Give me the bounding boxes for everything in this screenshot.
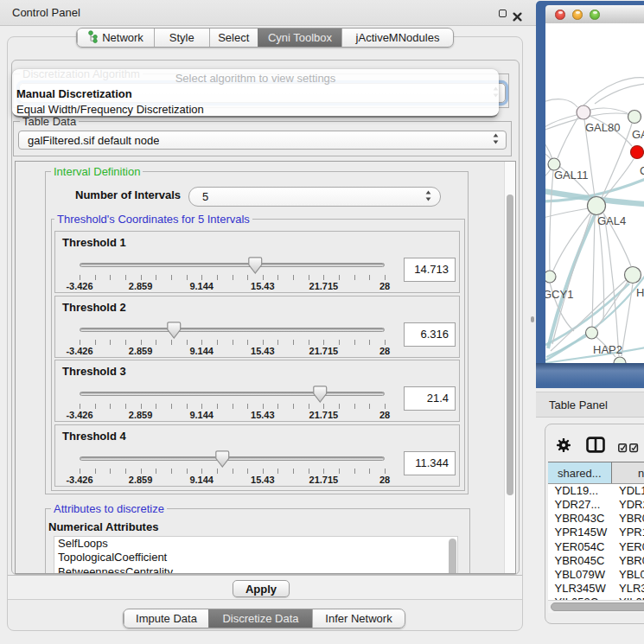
table-cell: YPR145W xyxy=(612,526,644,539)
attributes-box-title: Attributes to discretize xyxy=(51,503,167,514)
slider-track[interactable] xyxy=(80,263,385,267)
table-row[interactable]: YBL079W YBL079W xyxy=(548,568,644,582)
network-edge[interactable] xyxy=(545,99,577,107)
table-cell: YPR145W xyxy=(548,526,613,539)
combo-arrows-icon xyxy=(425,190,431,204)
numerical-attributes-list: SelfLoopsTopologicalCoefficientBetweenne… xyxy=(54,536,458,574)
network-node[interactable] xyxy=(586,327,598,339)
network-node[interactable] xyxy=(631,146,644,159)
algorithm-dropdown-popup: Select algorithm to view settings Manual… xyxy=(12,69,499,118)
table-row[interactable]: YER054C YER054C xyxy=(548,540,644,554)
slider-track[interactable] xyxy=(80,392,385,396)
tab[interactable]: jActiveMNodules xyxy=(341,29,453,47)
close-icon[interactable] xyxy=(513,10,522,25)
threshold-label: Threshold 1 xyxy=(62,236,126,249)
network-edge[interactable] xyxy=(598,215,604,320)
slider-thumb[interactable] xyxy=(215,450,230,468)
network-canvas[interactable]: GAL80GALCGAL11GAL4GCY1HHAP2 xyxy=(545,23,644,363)
checkbox-checked-icon[interactable] xyxy=(629,441,639,456)
minimize-traffic-light[interactable] xyxy=(572,10,583,20)
network-node[interactable] xyxy=(577,105,590,119)
table-row[interactable]: YLR345W YLR345W xyxy=(548,582,644,596)
control-panel-tabs: Network Style xyxy=(76,28,454,48)
network-edge[interactable] xyxy=(558,117,578,158)
network-edge[interactable] xyxy=(596,282,628,328)
slider-track[interactable] xyxy=(80,328,385,332)
tab[interactable]: Style xyxy=(154,29,209,47)
tab[interactable]: Impute Data xyxy=(124,609,208,628)
table-horizontal-scrollbar[interactable] xyxy=(548,600,644,613)
tab-label: Select xyxy=(218,31,249,44)
table-cell: YBR043C xyxy=(612,512,644,526)
slider-thumb[interactable] xyxy=(313,386,328,403)
tab[interactable]: Infer Network xyxy=(312,609,405,628)
network-edge[interactable] xyxy=(603,159,634,199)
threshold-value-field[interactable]: 14.713 xyxy=(404,258,456,282)
table-data-combobox-value: galFiltered.sif default node xyxy=(19,134,159,147)
dropdown-item[interactable]: Manual Discretization xyxy=(12,86,499,102)
dropdown-item-label: Select algorithm to view settings xyxy=(175,72,336,85)
split-columns-icon[interactable] xyxy=(586,437,605,456)
close-traffic-light[interactable] xyxy=(555,10,565,20)
apply-button[interactable]: Apply xyxy=(233,580,290,597)
checkbox-checked-icon[interactable] xyxy=(618,441,628,456)
tab-label: Infer Network xyxy=(325,612,392,625)
threshold-group: Threshold 1 -3.4262.8599.14415.4321.7152… xyxy=(54,231,460,293)
network-node-label: C xyxy=(640,164,644,177)
attribute-list-item[interactable]: TopologicalCoefficient xyxy=(54,551,457,564)
control-panel-titlebar: Control Panel xyxy=(0,0,536,26)
dropdown-item[interactable]: Equal Width/Frequency Discretization xyxy=(12,102,499,118)
network-edge[interactable] xyxy=(590,108,628,113)
slider-thumb[interactable] xyxy=(248,257,263,274)
network-edge[interactable] xyxy=(583,78,644,105)
threshold-value-field[interactable]: 6.316 xyxy=(404,322,456,347)
table-row[interactable]: YDR27... YDR277C xyxy=(548,498,644,512)
attribute-list-item[interactable]: SelfLoops xyxy=(54,537,457,551)
panel-divider-grabber[interactable] xyxy=(531,316,534,322)
network-node[interactable] xyxy=(628,111,641,124)
column-header-shared-name[interactable]: shared... xyxy=(548,462,613,483)
network-edge[interactable] xyxy=(595,84,644,104)
application-window: Control Panel Network xyxy=(0,0,644,644)
table-cell: YER054C xyxy=(548,540,613,554)
table-row[interactable]: YDL19... YDL194W xyxy=(548,484,644,498)
table-cell: YLR345W xyxy=(612,582,644,596)
network-node-label: GAL11 xyxy=(554,169,589,182)
number-of-intervals-combobox[interactable]: 5 xyxy=(188,187,441,207)
network-node[interactable] xyxy=(614,357,626,363)
network-node[interactable] xyxy=(588,197,606,215)
tab[interactable]: Discretize Data xyxy=(208,609,312,628)
attribute-list-item[interactable]: BetweennessCentrality xyxy=(54,565,457,574)
network-window-bottom-frame xyxy=(536,363,644,388)
tab[interactable]: Cyni Toolbox xyxy=(258,29,341,47)
tab[interactable]: Select xyxy=(209,29,258,47)
table-data-combobox[interactable]: galFiltered.sif default node xyxy=(18,131,507,150)
slider-track[interactable] xyxy=(80,456,385,461)
network-node[interactable] xyxy=(625,267,641,284)
slider-thumb[interactable] xyxy=(167,322,182,339)
network-edge[interactable] xyxy=(622,284,633,356)
form-scrollbar-thumb[interactable] xyxy=(507,194,513,495)
gear-icon[interactable] xyxy=(557,438,571,456)
table-cell: YBL079W xyxy=(548,568,613,582)
network-edge[interactable] xyxy=(545,208,589,218)
table-cell: YDR277C xyxy=(612,498,644,512)
thresholds-coordinates-box-title: Threshold's Coordinates for 5 Intervals xyxy=(54,214,252,225)
table-row[interactable]: YPR145W YPR145W xyxy=(548,526,644,539)
attributes-list-scrollbar[interactable] xyxy=(449,539,456,574)
column-header-name[interactable]: name xyxy=(612,462,644,483)
table-row[interactable]: YBR045C YBR045C xyxy=(548,554,644,568)
threshold-value-field[interactable]: 11.344 xyxy=(404,451,456,475)
dropdown-item[interactable]: Select algorithm to view settings xyxy=(12,71,499,86)
float-window-icon[interactable] xyxy=(499,10,507,17)
table-scrollbar-thumb[interactable] xyxy=(551,603,644,611)
threshold-value-field[interactable]: 21.4 xyxy=(404,386,456,411)
network-icon xyxy=(88,30,98,46)
table-row[interactable]: YBR043C YBR043C xyxy=(548,512,644,526)
form-vertical-scrollbar[interactable] xyxy=(504,162,515,573)
network-edge[interactable] xyxy=(550,170,553,271)
network-node[interactable] xyxy=(545,271,556,283)
network-window-titlebar[interactable] xyxy=(545,5,644,24)
tab[interactable]: Network xyxy=(77,29,154,47)
zoom-traffic-light[interactable] xyxy=(590,10,600,20)
